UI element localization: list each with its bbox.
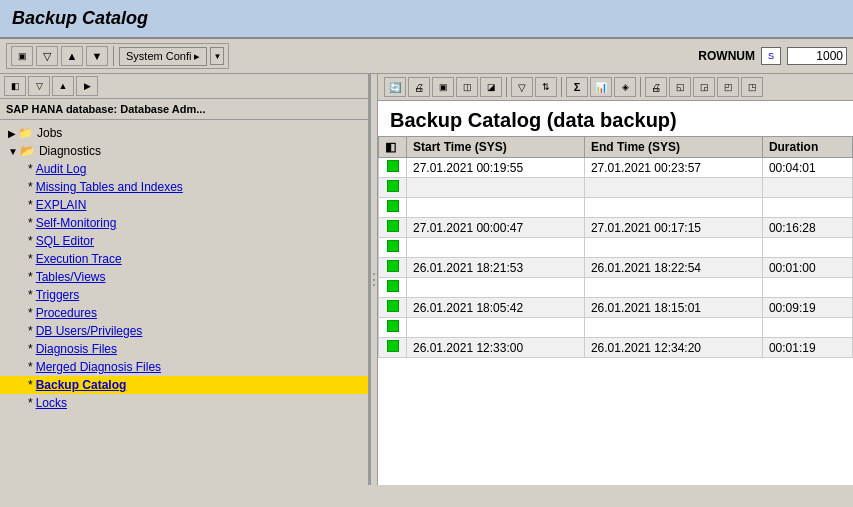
table-row[interactable] (379, 318, 853, 338)
rt-icon-refresh[interactable]: 🔄 (384, 77, 406, 97)
row-duration: 00:01:19 (762, 338, 852, 358)
table-area[interactable]: ◧ Start Time (SYS) End Time (SYS) Durati… (378, 136, 853, 485)
sort-desc-icon[interactable]: ▼ (86, 46, 108, 66)
sql-editor-bullet: * (28, 234, 33, 248)
table-row[interactable] (379, 178, 853, 198)
row-start-time: 27.01.2021 00:19:55 (407, 158, 585, 178)
row-icon-cell (379, 258, 407, 278)
status-dot (387, 180, 399, 192)
left-panel: ◧ ▽ ▲ ▶ SAP HANA database: Database Adm.… (0, 74, 370, 485)
left-toolbar-icon-2[interactable]: ▽ (28, 76, 50, 96)
rt-sep1 (506, 77, 507, 97)
tree-item-locks[interactable]: * Locks (0, 394, 368, 412)
dropdown-arrow[interactable]: ▼ (210, 47, 224, 65)
table-row[interactable]: 26.01.2021 18:21:5326.01.2021 18:22:5400… (379, 258, 853, 278)
row-icon-cell (379, 178, 407, 198)
left-toolbar-icon-1[interactable]: ◧ (4, 76, 26, 96)
tree-item-jobs[interactable]: ▶ 📁 Jobs (0, 124, 368, 142)
row-icon-cell (379, 238, 407, 258)
tree-item-self-monitoring[interactable]: * Self-Monitoring (0, 214, 368, 232)
table-row[interactable] (379, 198, 853, 218)
tree-item-audit-log[interactable]: * Audit Log (0, 160, 368, 178)
table-row[interactable] (379, 278, 853, 298)
table-row[interactable]: 26.01.2021 18:05:4226.01.2021 18:15:0100… (379, 298, 853, 318)
rt-icon-9[interactable]: ◰ (717, 77, 739, 97)
table-row[interactable] (379, 238, 853, 258)
diagnosis-files-bullet: * (28, 342, 33, 356)
system-conf-button[interactable]: System Confi ▸ (119, 47, 207, 66)
tree-item-procedures[interactable]: * Procedures (0, 304, 368, 322)
row-start-time (407, 278, 585, 298)
row-start-time (407, 318, 585, 338)
col-header-end-time[interactable]: End Time (SYS) (584, 137, 762, 158)
sort-asc-icon[interactable]: ▲ (61, 46, 83, 66)
rownum-input[interactable] (787, 47, 847, 65)
tree-item-triggers[interactable]: * Triggers (0, 286, 368, 304)
tree-item-explain[interactable]: * EXPLAIN (0, 196, 368, 214)
rt-icon-6[interactable]: 🖨 (645, 77, 667, 97)
row-duration (762, 238, 852, 258)
jobs-label: Jobs (37, 126, 62, 140)
audit-log-bullet: * (28, 162, 33, 176)
rt-icon-2[interactable]: ◫ (456, 77, 478, 97)
tree-item-missing-tables[interactable]: * Missing Tables and Indexes (0, 178, 368, 196)
tree-item-backup-catalog[interactable]: * Backup Catalog (0, 376, 368, 394)
row-start-time: 26.01.2021 18:05:42 (407, 298, 585, 318)
rt-icon-chart[interactable]: 📊 (590, 77, 612, 97)
rt-icon-1[interactable]: ▣ (432, 77, 454, 97)
left-toolbar-icon-3[interactable]: ▲ (52, 76, 74, 96)
tree-item-diagnosis-files[interactable]: * Diagnosis Files (0, 340, 368, 358)
left-panel-header-text: SAP HANA database: Database Adm... (6, 103, 205, 115)
sql-editor-label: SQL Editor (36, 234, 94, 248)
left-toolbar-icon-4[interactable]: ▶ (76, 76, 98, 96)
rt-icon-8[interactable]: ◲ (693, 77, 715, 97)
tree-item-db-users[interactable]: * DB Users/Privileges (0, 322, 368, 340)
toolbar-icon-1[interactable]: ▣ (11, 46, 33, 66)
rt-icon-3[interactable]: ◪ (480, 77, 502, 97)
col-icon-header: ◧ (385, 140, 396, 154)
row-end-time: 26.01.2021 18:15:01 (584, 298, 762, 318)
tree-item-execution-trace[interactable]: * Execution Trace (0, 250, 368, 268)
toolbar-panel-left: ▣ ▽ ▲ ▼ System Confi ▸ ▼ (6, 43, 229, 69)
row-start-time: 26.01.2021 18:21:53 (407, 258, 585, 278)
rt-icon-5[interactable]: ◈ (614, 77, 636, 97)
rt-sep2 (561, 77, 562, 97)
filter-icon[interactable]: ▽ (36, 46, 58, 66)
splitter[interactable] (370, 74, 378, 485)
sep1 (113, 46, 114, 66)
title-bar: Backup Catalog (0, 0, 853, 39)
rt-icon-filter[interactable]: ▽ (511, 77, 533, 97)
col-header-icon[interactable]: ◧ (379, 137, 407, 158)
rownum-label: ROWNUM (698, 49, 755, 63)
tree-item-merged-diagnosis[interactable]: * Merged Diagnosis Files (0, 358, 368, 376)
col-header-duration[interactable]: Duration (762, 137, 852, 158)
tree-item-diagnostics[interactable]: ▼ 📂 Diagnostics (0, 142, 368, 160)
table-row[interactable]: 26.01.2021 12:33:0026.01.2021 12:34:2000… (379, 338, 853, 358)
tree-item-tables-views[interactable]: * Tables/Views (0, 268, 368, 286)
merged-diagnosis-label: Merged Diagnosis Files (36, 360, 161, 374)
col-header-start-time[interactable]: Start Time (SYS) (407, 137, 585, 158)
rt-icon-10[interactable]: ◳ (741, 77, 763, 97)
row-end-time: 26.01.2021 12:34:20 (584, 338, 762, 358)
row-duration (762, 178, 852, 198)
missing-tables-label: Missing Tables and Indexes (36, 180, 183, 194)
rt-icon-sort[interactable]: ⇅ (535, 77, 557, 97)
tables-views-label: Tables/Views (36, 270, 106, 284)
jobs-folder-icon: 📁 (18, 126, 33, 140)
rt-icon-sum[interactable]: Σ (566, 77, 588, 97)
rt-icon-7[interactable]: ◱ (669, 77, 691, 97)
table-row[interactable]: 27.01.2021 00:19:5527.01.2021 00:23:5700… (379, 158, 853, 178)
rownum-filter-icon[interactable]: S (761, 47, 781, 65)
right-panel-title-text: Backup Catalog (data backup) (390, 109, 677, 131)
status-dot (387, 320, 399, 332)
status-dot (387, 260, 399, 272)
tree-nav[interactable]: ▶ 📁 Jobs ▼ 📂 Diagnostics * Audit Log * M… (0, 120, 368, 485)
db-users-label: DB Users/Privileges (36, 324, 143, 338)
left-panel-header: SAP HANA database: Database Adm... (0, 99, 368, 120)
tree-item-sql-editor[interactable]: * SQL Editor (0, 232, 368, 250)
rt-icon-print[interactable]: 🖨 (408, 77, 430, 97)
status-dot (387, 340, 399, 352)
table-row[interactable]: 27.01.2021 00:00:4727.01.2021 00:17:1500… (379, 218, 853, 238)
self-monitoring-label: Self-Monitoring (36, 216, 117, 230)
merged-diagnosis-bullet: * (28, 360, 33, 374)
